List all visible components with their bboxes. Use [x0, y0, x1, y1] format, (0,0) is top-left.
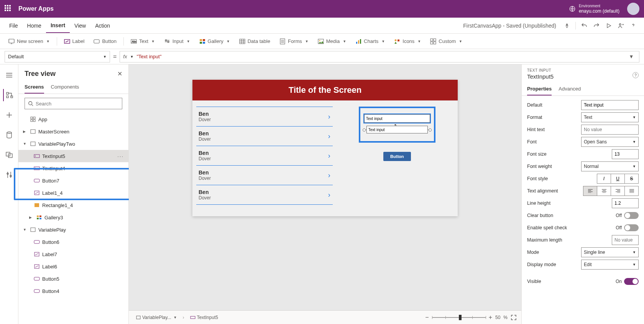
custom-dropdown[interactable]: Custom▼ — [426, 36, 466, 47]
expand-formula-icon[interactable]: ▼ — [627, 54, 636, 59]
data-table-button[interactable]: Data table — [235, 36, 274, 47]
tree-item-button6[interactable]: Button6 — [18, 236, 128, 248]
tree-item-textinput4[interactable]: TextInput4 — [18, 162, 128, 174]
chevron-right-icon[interactable]: › — [328, 113, 330, 121]
prop-maxlen-input[interactable] — [612, 235, 639, 245]
search-input[interactable] — [36, 101, 119, 107]
tree-item-app[interactable]: App — [18, 113, 128, 125]
prop-clear-toggle[interactable] — [624, 212, 639, 219]
menu-view[interactable]: View — [70, 19, 90, 33]
strike-button[interactable]: S — [624, 174, 639, 184]
info-icon[interactable]: ? — [632, 72, 639, 78]
align-center-button[interactable] — [597, 186, 611, 196]
tree-item-textinput5[interactable]: TextInput5··· — [18, 150, 128, 162]
tree-item-button5[interactable]: Button5 — [18, 273, 128, 285]
tree-item-button4[interactable]: Button4 — [18, 285, 128, 297]
gallery-item[interactable]: BenDover› — [196, 107, 333, 127]
tree-item-label14[interactable]: Label1_4 — [18, 187, 128, 199]
zoom-slider[interactable] — [432, 317, 486, 318]
chevron-right-icon[interactable]: › — [328, 171, 330, 179]
tab-components[interactable]: Components — [51, 81, 79, 94]
tree-item-rectangle14[interactable]: Rectangle1_4 — [18, 199, 128, 211]
new-screen-button[interactable]: New screen▼ — [5, 36, 54, 47]
help-icon[interactable] — [627, 20, 639, 32]
charts-dropdown[interactable]: Charts▼ — [352, 36, 389, 47]
breadcrumb-screen[interactable]: VariablePlay...▼ — [133, 313, 180, 322]
prop-font-select[interactable]: Open Sans▼ — [581, 137, 639, 147]
prop-spell-toggle[interactable] — [624, 224, 639, 231]
tree-search[interactable] — [25, 98, 122, 109]
breadcrumb-control[interactable]: TextInput5 — [187, 313, 221, 322]
play-icon[interactable] — [603, 20, 615, 32]
gallery-item[interactable]: BenDover› — [196, 127, 333, 146]
zoom-in-button[interactable]: + — [489, 314, 492, 321]
property-selector[interactable]: Default▼ — [5, 51, 110, 62]
button7-control[interactable]: Button — [383, 152, 411, 161]
gallery-item[interactable]: BenDover› — [196, 166, 333, 185]
zoom-out-button[interactable]: − — [425, 314, 429, 321]
selection-box[interactable]: ↖ — [359, 107, 435, 143]
share-icon[interactable] — [615, 20, 627, 32]
tree-item-button7[interactable]: Button7 — [18, 174, 128, 187]
prop-fontweight-select[interactable]: Normal▼ — [581, 161, 639, 171]
more-icon[interactable]: ··· — [117, 153, 124, 159]
tree-item-label7[interactable]: Label7 — [18, 248, 128, 260]
forms-dropdown[interactable]: Forms▼ — [276, 36, 312, 47]
prop-displaymode-select[interactable]: Edit▼ — [581, 260, 639, 270]
gallery-dropdown[interactable]: Gallery▼ — [196, 36, 234, 47]
tree-item-variableplay[interactable]: ▼VariablePlay — [18, 224, 128, 236]
chevron-right-icon[interactable]: › — [328, 152, 330, 160]
menu-insert[interactable]: Insert — [46, 18, 70, 33]
textinput5-control[interactable] — [364, 114, 430, 123]
prop-lineheight-input[interactable] — [612, 198, 639, 208]
icons-dropdown[interactable]: Icons▼ — [390, 36, 425, 47]
align-right-button[interactable] — [611, 186, 625, 196]
menu-home[interactable]: Home — [23, 19, 46, 33]
app-checker-icon[interactable] — [561, 20, 573, 32]
text-dropdown[interactable]: AbcText▼ — [127, 36, 159, 47]
undo-icon[interactable] — [578, 20, 590, 32]
menu-file[interactable]: File — [5, 19, 23, 33]
add-icon[interactable] — [3, 109, 15, 121]
input-dropdown[interactable]: Input▼ — [160, 36, 194, 47]
label-button[interactable]: Label — [60, 36, 89, 47]
button-button[interactable]: Button — [90, 36, 120, 47]
tree-item-variableplaytwo[interactable]: ▼VariablePlayTwo — [18, 138, 128, 150]
prop-fontsize-input[interactable] — [612, 149, 639, 159]
prop-default-input[interactable] — [581, 100, 639, 110]
tab-properties[interactable]: Properties — [527, 84, 552, 95]
align-left-button[interactable] — [583, 186, 597, 196]
chevron-right-icon[interactable]: › — [328, 191, 330, 199]
tab-screens[interactable]: Screens — [25, 81, 44, 94]
tree-item-masterscreen[interactable]: ▶MasterScreen — [18, 125, 128, 138]
italic-button[interactable]: I — [597, 174, 611, 184]
app-screen-preview[interactable]: Title of the Screen BenDover› BenDover› … — [192, 80, 458, 216]
chevron-right-icon[interactable]: › — [328, 132, 330, 140]
align-justify-button[interactable] — [624, 186, 639, 196]
waffle-icon[interactable] — [5, 5, 12, 13]
user-avatar[interactable] — [627, 3, 639, 15]
tree-item-label6[interactable]: Label6 — [18, 260, 128, 273]
close-icon[interactable]: ✕ — [117, 70, 122, 77]
tree-view-icon[interactable] — [3, 89, 15, 101]
tree-item-gallery3[interactable]: ▶Gallery3 — [18, 211, 128, 224]
media-dropdown[interactable]: Media▼ — [314, 36, 350, 47]
gallery-item[interactable]: BenDover› — [196, 185, 333, 205]
prop-visible-toggle[interactable] — [624, 278, 639, 285]
hamburger-icon[interactable] — [3, 69, 15, 81]
resize-handles[interactable] — [364, 125, 430, 135]
redo-icon[interactable] — [590, 20, 603, 32]
tab-advanced[interactable]: Advanced — [559, 84, 581, 95]
prop-mode-select[interactable]: Single line▼ — [581, 247, 639, 257]
prop-hint-input[interactable] — [581, 125, 639, 135]
environment-picker[interactable]: Environment enayu.com (default) — [569, 4, 619, 14]
advanced-tools-icon[interactable] — [3, 169, 15, 181]
fit-to-window-icon[interactable] — [511, 314, 517, 321]
data-icon[interactable] — [3, 129, 15, 141]
underline-button[interactable]: U — [611, 174, 625, 184]
menu-action[interactable]: Action — [90, 19, 115, 33]
textinput4-control[interactable] — [366, 126, 428, 133]
gallery-item[interactable]: BenDover› — [196, 146, 333, 166]
prop-format-select[interactable]: Text▼ — [581, 112, 639, 122]
formula-input[interactable]: fx ▼ "Text input" ▼ — [120, 51, 639, 62]
